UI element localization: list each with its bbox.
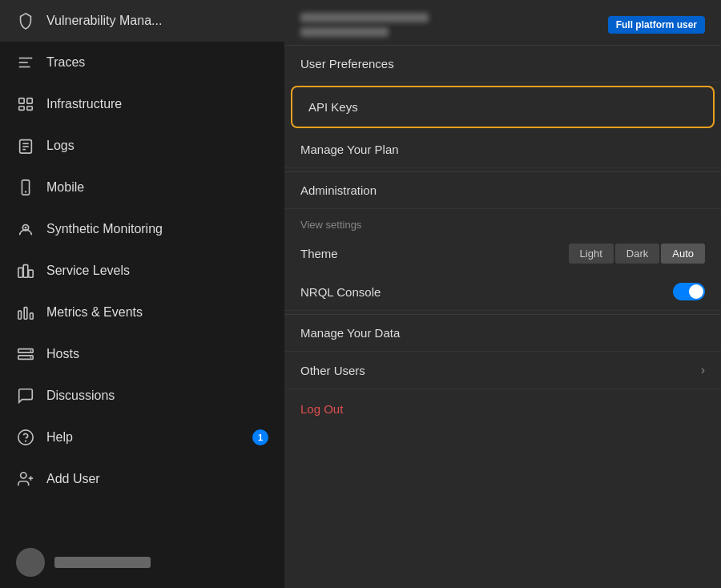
shield-icon [16,11,35,30]
manage-data-item[interactable]: Manage Your Data [284,314,721,352]
svg-point-14 [25,227,27,229]
user-info-blurred [300,13,429,37]
avatar-name-blurred [54,557,151,568]
theme-row: Theme Light Dark Auto [284,234,721,273]
theme-buttons-group: Light Dark Auto [569,244,705,264]
sidebar-item-label: Synthetic Monitoring [46,222,163,236]
svg-rect-15 [18,268,23,277]
sidebar-item-infrastructure[interactable]: Infrastructure [0,83,284,125]
sidebar-item-logs[interactable]: Logs [0,125,284,167]
header-area: Full platform user [284,0,721,46]
theme-light-button[interactable]: Light [569,244,614,264]
other-users-item[interactable]: Other Users › [284,352,721,389]
sidebar-item-label: Metrics & Events [46,305,143,320]
sidebar-item-service-levels[interactable]: Service Levels [0,250,284,292]
administration-item[interactable]: Administration [284,171,721,209]
traces-icon [16,53,35,72]
sidebar-item-traces[interactable]: Traces [0,42,284,83]
help-badge: 1 [252,429,268,445]
sidebar-item-label: Service Levels [46,264,130,278]
theme-dark-button[interactable]: Dark [615,244,659,264]
platform-badge: Full platform user [608,16,705,34]
sidebar-item-label: Discussions [46,389,115,403]
blurred-email [300,27,389,37]
nrql-console-row: NRQL Console [284,273,721,311]
theme-label: Theme [300,247,338,260]
view-settings-label: View settings [284,209,721,234]
nrql-console-toggle[interactable] [673,283,705,300]
svg-rect-16 [23,265,28,278]
nrql-console-label: NRQL Console [300,285,381,299]
sidebar-item-label: Add User [46,472,100,486]
svg-point-24 [30,356,32,358]
dropdown-menu: User Preferences API Keys Manage Your Pl… [284,46,721,588]
metrics-icon [16,303,35,322]
theme-auto-button[interactable]: Auto [661,244,705,264]
sidebar-item-label: Traces [46,55,85,70]
sidebar-item-help[interactable]: Help 1 [0,417,284,458]
sidebar-item-add-user[interactable]: Add User [0,458,284,500]
user-profile-section[interactable] [0,537,284,588]
avatar [16,548,45,577]
svg-rect-20 [30,313,34,319]
sidebar-item-label: Help [46,430,73,445]
sidebar-item-metrics-events[interactable]: Metrics & Events [0,292,284,333]
sidebar: Vulnerability Mana... Traces Infrastruct… [0,0,284,588]
sidebar-item-mobile[interactable]: Mobile [0,167,284,208]
svg-rect-19 [24,308,27,320]
manage-plan-item[interactable]: Manage Your Plan [284,131,721,168]
api-keys-highlight-border: API Keys [291,86,715,128]
service-levels-icon [16,261,35,280]
svg-rect-4 [27,99,32,103]
add-user-icon [16,469,35,489]
svg-rect-5 [19,107,24,111]
blurred-username [300,13,429,22]
hosts-icon [16,344,35,364]
svg-rect-17 [29,270,33,277]
sidebar-item-synthetic-monitoring[interactable]: Synthetic Monitoring [0,208,284,250]
svg-rect-18 [18,311,22,319]
logout-item[interactable]: Log Out [284,389,721,429]
sidebar-item-discussions[interactable]: Discussions [0,375,284,417]
synthetic-icon [16,219,35,239]
infrastructure-icon [16,95,35,114]
discussions-icon [16,386,35,405]
sidebar-item-label: Hosts [46,347,79,361]
svg-point-25 [18,430,33,445]
sidebar-item-label: Vulnerability Mana... [46,14,162,28]
chevron-right-icon: › [701,363,705,377]
sidebar-item-label: Infrastructure [46,97,122,111]
mobile-icon [16,178,35,197]
svg-point-27 [21,473,26,478]
other-users-label: Other Users [300,364,365,377]
logs-icon [16,136,35,155]
user-preferences-item[interactable]: User Preferences [284,46,721,83]
svg-rect-6 [27,107,32,111]
sidebar-item-label: Mobile [46,180,84,195]
sidebar-item-label: Logs [46,139,75,153]
sidebar-item-hosts[interactable]: Hosts [0,333,284,375]
main-panel: Full platform user User Preferences API … [284,0,721,588]
svg-point-23 [30,350,32,352]
svg-rect-3 [19,99,24,103]
help-icon [16,428,35,447]
sidebar-item-vulnerability[interactable]: Vulnerability Mana... [0,0,284,42]
api-keys-item[interactable]: API Keys [300,91,705,123]
